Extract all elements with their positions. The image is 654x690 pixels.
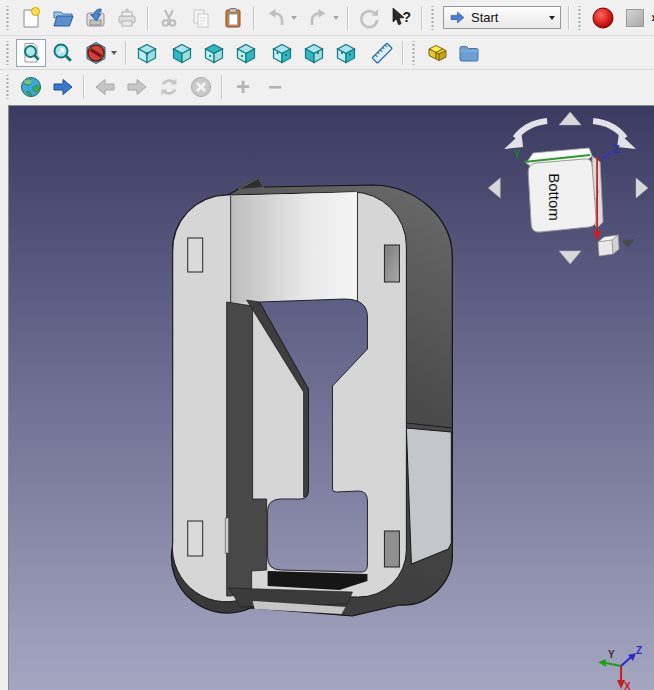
view-bottom-button[interactable] — [299, 39, 329, 67]
cube-z-label: Z — [613, 143, 620, 155]
forward-arrow-icon — [125, 75, 149, 99]
undo-caret-icon[interactable] — [291, 16, 297, 20]
paste-button[interactable] — [218, 4, 248, 32]
redo-button[interactable] — [302, 4, 342, 32]
refresh-icon — [357, 6, 381, 30]
top-cube-icon — [202, 41, 226, 65]
back-button[interactable] — [90, 73, 120, 101]
print-button[interactable] — [112, 4, 142, 32]
toolbar-drag-handle[interactable] — [577, 6, 582, 30]
origin-x-label: X — [624, 681, 631, 690]
copy-button[interactable] — [186, 4, 216, 32]
open-folder-blue-button[interactable] — [454, 39, 484, 67]
zoom-out-button[interactable]: − — [260, 73, 290, 101]
rear-cube-icon — [270, 41, 294, 65]
cad-model[interactable] — [171, 178, 452, 616]
open-folder-icon — [51, 6, 75, 30]
view-right-button[interactable] — [231, 39, 261, 67]
globe-icon — [19, 75, 43, 99]
refresh-button[interactable] — [354, 4, 384, 32]
right-cube-icon — [234, 41, 258, 65]
view-axonometric-button[interactable] — [132, 39, 162, 67]
workbench-selector-value: Start — [471, 10, 498, 25]
separator — [221, 75, 223, 99]
toolbar-drag-handle[interactable] — [5, 41, 10, 65]
macro-stop-button[interactable] — [620, 4, 650, 32]
blue-arrow-right-icon — [51, 75, 75, 99]
redo-caret-icon[interactable] — [333, 16, 339, 20]
freecad-window: ? Start — [0, 0, 654, 690]
cube-y-label: Y — [513, 148, 521, 160]
forward-button[interactable] — [122, 73, 152, 101]
ruler-icon — [370, 41, 394, 65]
draw-style-caret-icon[interactable] — [111, 51, 117, 55]
zoom-box-button[interactable] — [48, 39, 78, 67]
view-left-button[interactable] — [331, 39, 361, 67]
fit-all-icon — [19, 41, 43, 65]
view-front-button[interactable] — [167, 39, 197, 67]
whats-this-button[interactable]: ? — [386, 4, 416, 32]
cut-icon — [157, 6, 181, 30]
workbench-selector[interactable]: Start — [443, 6, 561, 29]
undo-button[interactable] — [260, 4, 300, 32]
save-button[interactable] — [80, 4, 110, 32]
separator — [253, 6, 255, 30]
draw-style-button[interactable] — [80, 39, 120, 67]
save-icon — [83, 6, 107, 30]
toolbar-area: ? Start — [0, 0, 654, 105]
web-refresh-button[interactable] — [154, 73, 184, 101]
axonometric-cube-icon — [135, 41, 159, 65]
toolbar-drag-handle[interactable] — [5, 6, 10, 30]
toolbar-drag-handle[interactable] — [5, 75, 10, 99]
model-top-plate — [231, 192, 358, 303]
new-file-button[interactable] — [16, 4, 46, 32]
new-file-icon — [19, 6, 43, 30]
folder-icon — [457, 41, 481, 65]
macro-record-button[interactable] — [588, 4, 618, 32]
model-slot-top-left — [188, 238, 203, 272]
back-arrow-icon — [93, 75, 117, 99]
part-solid-icon — [425, 41, 449, 65]
undo-icon — [264, 6, 288, 30]
model-slot-bottom-left — [188, 521, 203, 556]
combo-caret-icon — [549, 16, 555, 20]
cube-face-label[interactable]: Bottom — [546, 173, 563, 220]
refresh-circle-icon — [157, 75, 181, 99]
separator — [347, 6, 349, 30]
web-stop-button[interactable] — [186, 73, 216, 101]
toolbar-drag-handle[interactable] — [411, 41, 416, 65]
mini-cube-front[interactable] — [598, 240, 613, 256]
toolbar-file: ? Start — [0, 0, 654, 36]
view-rear-button[interactable] — [267, 39, 297, 67]
separator — [568, 6, 570, 30]
go-next-button[interactable] — [48, 73, 78, 101]
cut-button[interactable] — [154, 4, 184, 32]
measure-distance-button[interactable] — [367, 39, 397, 67]
separator — [402, 41, 404, 65]
model-lower-right-band — [406, 428, 451, 564]
front-cube-icon — [170, 41, 194, 65]
fit-all-button[interactable] — [16, 39, 46, 67]
web-home-button[interactable] — [16, 73, 46, 101]
model-slot-bottom-right — [384, 531, 399, 567]
zoom-in-button[interactable]: + — [228, 73, 258, 101]
stop-circle-icon — [189, 75, 213, 99]
stop-square-icon — [623, 6, 647, 30]
copy-icon — [189, 6, 213, 30]
part-workbench-button[interactable] — [422, 39, 452, 67]
open-file-button[interactable] — [48, 4, 78, 32]
separator — [125, 41, 127, 65]
view-top-button[interactable] — [199, 39, 229, 67]
magnifier-icon — [51, 41, 75, 65]
3d-viewport[interactable]: Bottom Y Z — [8, 105, 654, 690]
3d-scene[interactable]: Bottom Y Z — [9, 106, 654, 690]
svg-text:?: ? — [403, 9, 412, 25]
toolbar-drag-handle[interactable] — [430, 6, 435, 30]
redo-icon — [306, 6, 330, 30]
bottom-cube-icon — [302, 41, 326, 65]
record-icon — [591, 6, 615, 30]
toolbar-navigation: + − — [0, 70, 654, 104]
model-slot-top-right — [384, 245, 399, 282]
separator — [147, 6, 149, 30]
separator — [421, 6, 423, 30]
